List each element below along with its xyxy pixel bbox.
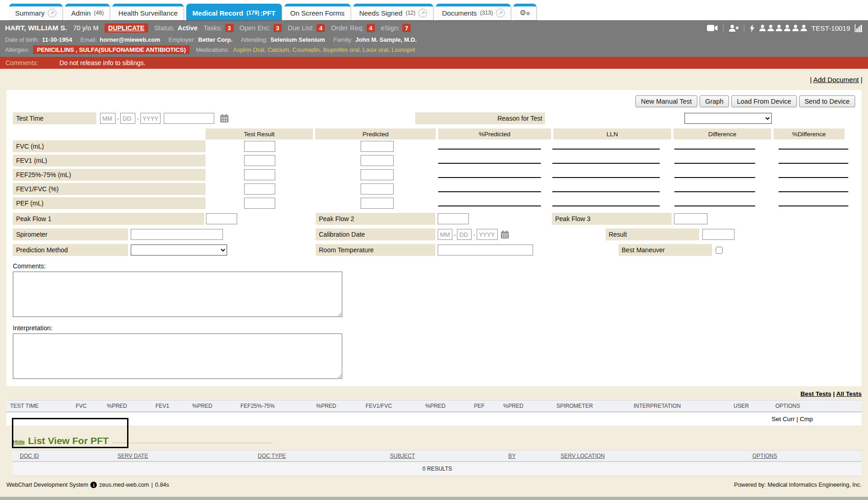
- bolt-icon[interactable]: [750, 24, 755, 32]
- pef-test-result-input[interactable]: [244, 198, 275, 209]
- fev1-fvc-test-result-input[interactable]: [244, 183, 275, 194]
- col-pef: PEF: [474, 403, 503, 409]
- col-pred-4: %PRED: [425, 403, 474, 409]
- medication-link[interactable]: Calcium: [267, 46, 292, 53]
- best-maneuver-checkbox[interactable]: [716, 247, 723, 254]
- calibration-year-input[interactable]: [477, 229, 498, 240]
- tab-summary[interactable]: Summary ↗: [9, 4, 62, 20]
- fev1-test-result-input[interactable]: [244, 155, 275, 166]
- tab-needs-signed[interactable]: Needs Signed (12) ↗: [353, 4, 434, 20]
- popout-icon[interactable]: ↗: [418, 9, 427, 17]
- test-time-label: Test Time: [13, 112, 96, 124]
- calendar-icon[interactable]: [501, 230, 509, 239]
- fev1-fvc-predicted-input[interactable]: [361, 183, 394, 194]
- medication-link[interactable]: Coumadin: [292, 46, 323, 53]
- fev1-fvc-pct-predicted-line: [438, 185, 541, 192]
- tab-on-screen-forms[interactable]: On Screen Forms: [284, 4, 351, 20]
- fef-test-result-input[interactable]: [244, 169, 275, 180]
- prediction-method-select[interactable]: [131, 244, 227, 256]
- cmp-link[interactable]: Cmp: [800, 416, 813, 422]
- date-dash: -: [454, 231, 456, 238]
- medication-link[interactable]: Lisinopril: [391, 46, 415, 53]
- peak-flow-1-input[interactable]: [206, 213, 237, 224]
- new-manual-test-button[interactable]: New Manual Test: [635, 95, 697, 107]
- col-serv-location[interactable]: SERV LOCATION: [561, 453, 605, 459]
- results-table-header: TEST TIME FVC %PRED FEV1 %PRED FEF25%-75…: [6, 400, 862, 412]
- interpretation-textarea[interactable]: [13, 333, 342, 379]
- pipe: |: [796, 416, 798, 422]
- measure-row-fef: FEF25%-75% (mL): [13, 168, 855, 181]
- due-list-count-badge[interactable]: 4: [317, 24, 325, 32]
- tab-admin[interactable]: Admin (46): [65, 4, 110, 20]
- open-enc-count-badge[interactable]: 3: [273, 24, 282, 32]
- col-subject[interactable]: SUBJECT: [390, 453, 415, 459]
- info-icon[interactable]: i: [90, 482, 97, 488]
- duplicate-badge[interactable]: DUPLICATE: [105, 23, 148, 33]
- peak-flow-2-input[interactable]: [438, 213, 469, 224]
- pef-predicted-input[interactable]: [361, 198, 394, 209]
- order-req-count-badge[interactable]: 4: [367, 24, 375, 32]
- tab-settings[interactable]: ⚙⚙: [513, 4, 536, 20]
- col-doc-type[interactable]: DOC TYPE: [258, 453, 286, 459]
- best-tests-link[interactable]: Best Tests: [801, 390, 831, 397]
- calibration-month-input[interactable]: [438, 229, 452, 240]
- send-to-device-button[interactable]: Send to Device: [799, 95, 855, 107]
- popout-icon[interactable]: ↗: [496, 9, 505, 17]
- fev1-predicted-input[interactable]: [361, 155, 394, 166]
- interpretation-label: Interpretation:: [13, 324, 855, 332]
- tab-health-surveillance[interactable]: Health Surveillance: [112, 4, 184, 20]
- graph-button[interactable]: Graph: [700, 95, 729, 107]
- measure-row-fvc: FVC (mL): [13, 139, 855, 153]
- tab-medical-record[interactable]: Medical Record (179) :PFT: [186, 4, 281, 20]
- comments-text: Do not release info to siblings.: [60, 59, 146, 67]
- test-time-month-input[interactable]: [100, 113, 116, 124]
- status-value: Active: [178, 24, 198, 32]
- flowsheet-chart-icon[interactable]: [855, 24, 863, 32]
- fvc-predicted-input[interactable]: [361, 141, 394, 152]
- test-time-day-input[interactable]: [120, 113, 135, 124]
- all-tests-link[interactable]: All Tests: [836, 390, 862, 397]
- open-enc-label: Open Enc:: [239, 24, 271, 32]
- load-from-device-button[interactable]: Load From Device: [731, 95, 796, 107]
- peak-flow-3-input[interactable]: [674, 213, 707, 224]
- tab-documents[interactable]: Documents (313) ↗: [436, 4, 511, 20]
- fvc-test-result-input[interactable]: [244, 141, 275, 152]
- calendar-icon[interactable]: [220, 114, 229, 123]
- medication-link[interactable]: Lasix oral: [363, 46, 392, 53]
- fef-predicted-input[interactable]: [361, 169, 394, 180]
- col-doc-options[interactable]: OPTIONS: [752, 453, 777, 459]
- col-doc-id[interactable]: DOC ID: [20, 453, 39, 459]
- medication-link[interactable]: Aspirin Oral: [233, 46, 267, 53]
- fvc-difference-line: [674, 143, 755, 150]
- patient-queue-icons[interactable]: [759, 25, 807, 31]
- popout-icon[interactable]: ↗: [48, 9, 56, 17]
- form-comments-textarea[interactable]: [13, 272, 342, 317]
- esign-count-badge[interactable]: 7: [402, 24, 411, 32]
- test-time-year-input[interactable]: [140, 113, 161, 124]
- test-time-row: Test Time - - Reason for Test: [13, 112, 855, 125]
- video-camera-icon[interactable]: [707, 25, 718, 31]
- spirometer-input[interactable]: [131, 229, 223, 240]
- medication-link[interactable]: ibuprofen oral: [323, 46, 363, 53]
- set-curr-link[interactable]: Set Curr: [772, 416, 795, 422]
- row-label: FEV1 (mL): [13, 155, 206, 167]
- allergies-badge[interactable]: PENICILLINS , SULFA(SULFONAMIDE ANTIBIOT…: [33, 45, 189, 54]
- calibration-day-input[interactable]: [457, 229, 472, 240]
- col-by[interactable]: BY: [508, 453, 516, 459]
- add-person-icon[interactable]: [729, 25, 739, 32]
- family-label: Family:: [334, 36, 353, 43]
- tasks-count-badge[interactable]: 3: [225, 24, 234, 32]
- room-temperature-input[interactable]: [438, 244, 533, 256]
- reason-for-test-select[interactable]: [684, 113, 772, 124]
- hide-link[interactable]: Hide: [13, 439, 25, 445]
- list-view-title-row: Hide List View For PFT: [13, 435, 862, 446]
- person-icon: [792, 25, 799, 31]
- tab-label: Needs Signed: [359, 9, 402, 17]
- person-icon: [759, 25, 766, 31]
- add-document-link[interactable]: Add Document: [813, 76, 859, 83]
- divider: |: [743, 24, 745, 32]
- col-serv-date[interactable]: SERV DATE: [117, 453, 148, 459]
- result-input[interactable]: [702, 229, 734, 240]
- test-time-clock-input[interactable]: [164, 113, 214, 124]
- email-value[interactable]: horner@mieweb.com: [100, 36, 160, 43]
